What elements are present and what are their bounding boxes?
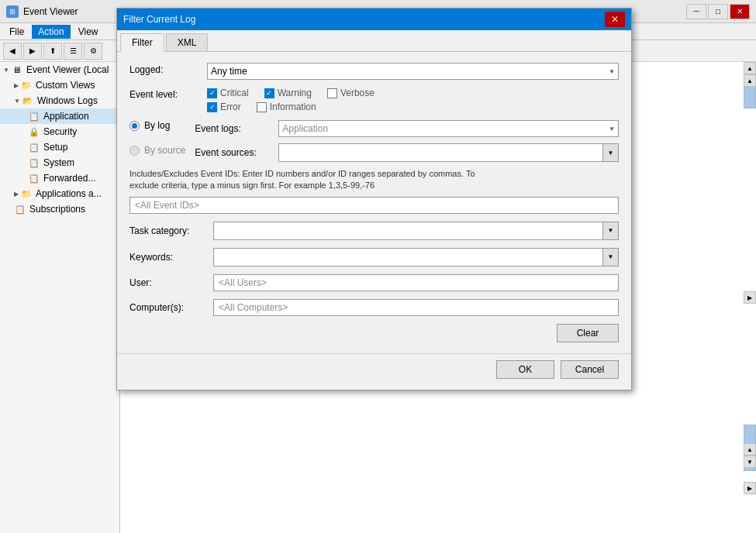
dialog-overlay: Filter Current Log ✕ Filter XML Logged: …: [0, 0, 756, 533]
event-sources-dropdown[interactable]: ▼: [278, 143, 619, 162]
user-row: User:: [129, 274, 619, 291]
user-label: User:: [129, 277, 207, 288]
critical-checkbox-item[interactable]: Critical: [207, 88, 249, 98]
keywords-label: Keywords:: [129, 252, 207, 263]
keywords-arrow-btn[interactable]: ▼: [602, 249, 618, 266]
filter-dialog: Filter Current Log ✕ Filter XML Logged: …: [116, 8, 632, 390]
dialog-body: Logged: Any time ▼ Event level:: [117, 52, 631, 353]
dialog-close-button[interactable]: ✕: [605, 12, 625, 27]
tab-xml[interactable]: XML: [166, 33, 209, 51]
event-logs-value: Application: [282, 123, 328, 134]
logged-arrow-icon: ▼: [609, 68, 615, 75]
computer-row: Computer(s):: [129, 299, 619, 316]
keywords-row: Keywords: ▼: [129, 248, 619, 266]
information-checkbox-item[interactable]: Information: [257, 101, 316, 112]
dialog-title: Filter Current Log: [123, 14, 605, 25]
event-logs-control: Application ▼: [278, 120, 619, 137]
event-logs-sources: Event logs: Application ▼ Event sources:: [195, 120, 619, 162]
computer-control: [213, 299, 619, 316]
event-level-control: Critical Warning Verbose: [207, 88, 619, 112]
clear-row: Clear: [129, 324, 619, 342]
event-logs-row: Event logs: Application ▼: [195, 120, 619, 137]
keywords-input[interactable]: [214, 249, 602, 266]
event-logs-label: Event logs:: [195, 123, 272, 134]
event-level-label: Event level:: [129, 88, 207, 100]
verbose-label: Verbose: [340, 88, 375, 98]
error-checkbox[interactable]: [207, 102, 217, 112]
warning-label: Warning: [278, 88, 312, 98]
computer-input[interactable]: [213, 299, 619, 316]
keywords-dropdown[interactable]: ▼: [213, 248, 619, 266]
event-logs-select[interactable]: Application ▼: [278, 120, 619, 137]
log-source-section: By log By source Event logs: Applica: [129, 120, 619, 162]
logged-control: Any time ▼: [207, 63, 619, 80]
warning-checkbox-item[interactable]: Warning: [264, 88, 312, 98]
task-category-label: Task category:: [129, 225, 207, 236]
event-logs-arrow-icon: ▼: [609, 126, 615, 132]
keywords-control: ▼: [213, 248, 619, 266]
user-control: [213, 274, 619, 291]
verbose-checkbox[interactable]: [327, 88, 337, 98]
event-level-checkboxes: Critical Warning Verbose: [207, 88, 619, 112]
by-source-label: By source: [144, 145, 185, 156]
logged-value: Any time: [211, 66, 247, 77]
event-id-input[interactable]: [129, 197, 619, 214]
task-category-row: Task category: ▼: [129, 222, 619, 240]
event-sources-label: Event sources:: [195, 147, 272, 158]
tab-filter[interactable]: Filter: [120, 33, 164, 52]
clear-button[interactable]: Clear: [557, 324, 619, 342]
dialog-tabs: Filter XML: [117, 30, 631, 52]
logged-row: Logged: Any time ▼: [129, 63, 619, 80]
information-label: Information: [270, 101, 316, 112]
critical-label: Critical: [220, 88, 249, 98]
by-log-radio[interactable]: [129, 121, 140, 131]
information-checkbox[interactable]: [257, 102, 267, 112]
event-level-row: Event level: Critical Warning: [129, 88, 619, 112]
event-sources-row: Event sources: ▼: [195, 143, 619, 162]
logged-select[interactable]: Any time ▼: [207, 63, 619, 80]
ok-button[interactable]: OK: [496, 360, 554, 379]
by-log-radio-item[interactable]: By log: [129, 120, 185, 131]
task-category-input[interactable]: [214, 222, 602, 239]
dialog-footer: OK Cancel: [117, 353, 631, 390]
by-source-radio-item[interactable]: By source: [129, 145, 185, 156]
event-sources-control: ▼: [278, 143, 619, 162]
event-id-row: [129, 197, 619, 214]
computer-label: Computer(s):: [129, 302, 207, 313]
event-sources-arrow-btn[interactable]: ▼: [602, 144, 618, 161]
by-log-label: By log: [144, 120, 170, 131]
logged-label: Logged:: [129, 63, 207, 75]
task-category-arrow-btn[interactable]: ▼: [602, 222, 618, 239]
error-checkbox-item[interactable]: Error: [207, 101, 241, 112]
error-label: Error: [220, 101, 241, 112]
cancel-button[interactable]: Cancel: [561, 360, 619, 379]
user-input[interactable]: [213, 274, 619, 291]
critical-checkbox[interactable]: [207, 88, 217, 98]
verbose-checkbox-item[interactable]: Verbose: [327, 88, 375, 98]
task-category-control: ▼: [213, 222, 619, 240]
event-sources-input[interactable]: [279, 144, 602, 161]
warning-checkbox[interactable]: [264, 88, 274, 98]
by-source-radio[interactable]: [129, 146, 140, 156]
dialog-titlebar: Filter Current Log ✕: [117, 9, 631, 30]
event-id-info: Includes/Excludes Event IDs: Enter ID nu…: [129, 168, 619, 192]
by-section: By log By source: [129, 120, 185, 156]
task-category-dropdown[interactable]: ▼: [213, 222, 619, 240]
